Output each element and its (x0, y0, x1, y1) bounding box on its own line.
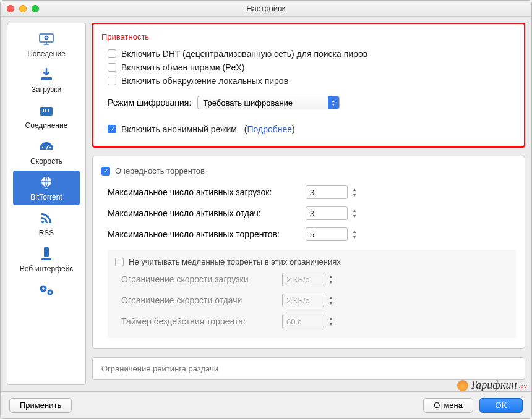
sidebar-item-bittorrent[interactable]: BitTorrent (13, 171, 80, 205)
encryption-label: Режим шифрования: (108, 98, 191, 108)
local-label: Включить обнаружение локальных пиров (121, 76, 288, 86)
rss-icon (37, 210, 56, 226)
svg-point-8 (49, 147, 51, 148)
server-icon (37, 246, 56, 262)
sidebar-item-label: Веб-интерфейс (20, 265, 74, 273)
sidebar-item-connection[interactable]: Соединение (13, 99, 80, 133)
monitor-gear-icon (37, 31, 56, 47)
cancel-button[interactable]: Отмена (423, 398, 473, 413)
svg-rect-2 (41, 77, 52, 80)
sidebar-item-label: Загрузки (32, 85, 61, 94)
max-downloads-label: Максимальное число активных загрузок: (108, 187, 299, 197)
ignore-slow-checkbox[interactable] (115, 258, 124, 266)
idle-timer-label: Таймер бездействия торрента: (121, 316, 276, 326)
svg-point-10 (41, 221, 44, 223)
queue-title: Очередность торрентов (115, 166, 205, 176)
dl-limit-input (282, 273, 324, 286)
svg-point-1 (45, 36, 48, 40)
sidebar-item-label: Соединение (25, 121, 68, 130)
queue-enable-checkbox[interactable] (101, 167, 110, 176)
sidebar-item-advanced[interactable] (13, 278, 80, 304)
anon-checkbox[interactable] (108, 125, 116, 133)
svg-point-7 (42, 147, 43, 148)
max-active-label: Максимальное число активных торрентов: (108, 229, 299, 239)
max-active-input[interactable] (306, 227, 348, 241)
sidebar-item-label: Скорость (30, 157, 62, 166)
ignore-slow-label: Не учитывать медленные торренты в этих о… (129, 257, 341, 266)
svg-rect-0 (40, 34, 53, 42)
sidebar-item-downloads[interactable]: Загрузки (13, 63, 80, 98)
sidebar-item-label: Поведение (27, 49, 66, 58)
ul-limit-label: Ограничение скорости отдачи (121, 295, 276, 305)
sidebar: Поведение Загрузки Соединение Скорость (7, 23, 86, 385)
svg-rect-4 (43, 109, 44, 112)
svg-point-16 (49, 292, 51, 294)
window-title: Настройки (1, 4, 531, 13)
max-downloads-input[interactable] (306, 185, 348, 199)
encryption-select[interactable]: Требовать шифрование (197, 96, 340, 109)
stepper-icon (327, 294, 335, 307)
ratio-group: Ограничение рейтинга раздачи (92, 357, 525, 380)
ul-limit-input (282, 294, 324, 307)
stepper-icon[interactable] (350, 227, 359, 241)
dl-limit-label: Ограничение скорости загрузки (121, 274, 276, 284)
anon-more-link[interactable]: Подробнее (247, 124, 292, 134)
svg-rect-5 (45, 109, 46, 112)
chevron-updown-icon (328, 96, 339, 109)
svg-rect-11 (44, 247, 49, 257)
sidebar-item-behavior[interactable]: Поведение (13, 27, 80, 62)
svg-rect-12 (41, 258, 51, 260)
local-checkbox[interactable] (108, 77, 116, 85)
dht-label: Включить DHT (децентрализованную сеть) д… (121, 49, 367, 59)
max-uploads-label: Максимальное число активных отдач: (108, 208, 299, 218)
globe-icon (37, 174, 56, 190)
ethernet-icon (37, 103, 56, 119)
sidebar-item-label: RSS (39, 229, 54, 237)
stepper-icon[interactable] (350, 185, 359, 199)
pex-checkbox[interactable] (108, 63, 116, 72)
svg-point-14 (42, 287, 45, 290)
apply-button[interactable]: Применить (9, 398, 72, 413)
gears-icon (37, 282, 56, 298)
download-icon (37, 67, 56, 83)
slow-torrents-subgroup: Не учитывать медленные торренты в этих о… (108, 250, 516, 338)
svg-rect-6 (48, 109, 49, 112)
encryption-value: Требовать шифрование (203, 98, 293, 108)
ratio-title: Ограничение рейтинга раздачи (101, 364, 516, 373)
stepper-icon (327, 315, 335, 328)
max-uploads-input[interactable] (306, 206, 348, 220)
sidebar-item-label: BitTorrent (30, 193, 62, 201)
stepper-icon (327, 273, 335, 286)
queue-group: Очередность торрентов Максимальное число… (92, 156, 525, 349)
ok-button[interactable]: OK (479, 398, 523, 413)
anon-label: Включить анонимный режим (121, 124, 237, 134)
stepper-icon[interactable] (350, 206, 359, 220)
dht-checkbox[interactable] (108, 49, 116, 58)
sidebar-item-webui[interactable]: Веб-интерфейс (13, 242, 80, 277)
sidebar-item-speed[interactable]: Скорость (13, 135, 80, 169)
gauge-icon (37, 138, 56, 154)
sidebar-item-rss[interactable]: RSS (13, 206, 80, 241)
pex-label: Включить обмен пирами (PeX) (121, 62, 244, 72)
privacy-title: Приватность (101, 32, 516, 41)
privacy-group: Приватность Включить DHT (децентрализова… (92, 23, 525, 147)
idle-timer-input (282, 315, 324, 328)
